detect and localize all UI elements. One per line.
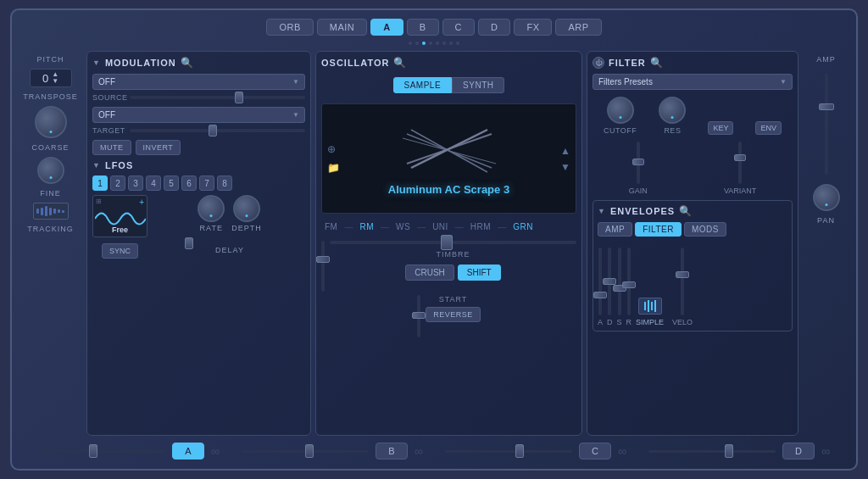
cutoff-knob[interactable] — [607, 97, 634, 124]
div3: — — [417, 222, 426, 231]
filter-presets-dropdown[interactable]: Filters Presets ▼ — [593, 74, 793, 90]
bottom-slider-d[interactable] — [648, 450, 776, 453]
env-a-fader[interactable] — [598, 248, 602, 315]
variant-slider[interactable] — [738, 142, 742, 184]
pan-knob[interactable] — [813, 184, 840, 211]
env-d-fader[interactable] — [608, 248, 611, 315]
osc-synth-btn[interactable]: SYNTH — [452, 77, 504, 93]
pitch-value-box[interactable]: 0 ▲▼ — [30, 69, 72, 87]
key-button[interactable]: KEY — [708, 121, 733, 135]
tab-c[interactable]: C — [442, 19, 475, 36]
lfo-num-2[interactable]: 2 — [110, 175, 125, 191]
osc-sub-uni[interactable]: UNI — [429, 221, 452, 232]
source-slider[interactable] — [130, 96, 305, 99]
pitch-arrows[interactable]: ▲▼ — [52, 71, 58, 85]
osc-sub-hrm[interactable]: HRM — [467, 221, 494, 232]
bottom-tab-b-btn[interactable]: B — [376, 443, 407, 460]
zoom-in-icon[interactable]: ⊕ — [327, 143, 340, 155]
gain-slider[interactable] — [637, 142, 640, 184]
link-icon-b[interactable]: ∞ — [415, 444, 423, 458]
filter-power-button[interactable]: ⏻ — [593, 57, 604, 69]
filter-zoom-icon[interactable]: 🔍 — [650, 57, 664, 69]
rate-knob[interactable] — [198, 195, 225, 222]
target-dropdown[interactable]: OFF ▼ — [92, 107, 305, 123]
div1: — — [344, 222, 353, 231]
env-tab-amp[interactable]: AMP — [598, 222, 632, 237]
osc-vert-fader-left[interactable] — [321, 241, 325, 292]
res-knob[interactable] — [659, 97, 686, 124]
osc-sub-ws[interactable]: WS — [392, 221, 414, 232]
source-dropdown[interactable]: OFF ▼ — [92, 74, 305, 90]
rate-knob-dot — [210, 214, 213, 217]
env-tab-filter[interactable]: FILTER — [635, 222, 682, 237]
rate-label: RATE — [200, 224, 223, 232]
key-group: KEY — [708, 121, 733, 135]
tab-orb[interactable]: ORB — [266, 19, 313, 36]
lfo-num-5[interactable]: 5 — [164, 175, 179, 191]
depth-knob[interactable] — [233, 195, 260, 222]
bottom-tab-d-btn[interactable]: D — [782, 443, 815, 460]
tab-main[interactable]: MAIN — [317, 19, 368, 36]
lfo-num-1[interactable]: 1 — [92, 175, 108, 191]
invert-button[interactable]: INVERT — [136, 140, 181, 155]
env-r-fader[interactable] — [627, 248, 631, 315]
osc-up-arrow[interactable]: ▲ — [560, 145, 570, 157]
fine-knob[interactable] — [37, 157, 64, 184]
tab-arp[interactable]: ARP — [555, 19, 601, 36]
bottom-slider-b[interactable] — [242, 450, 369, 453]
link-icon-d[interactable]: ∞ — [821, 444, 830, 458]
dot-b — [429, 42, 432, 45]
osc-sub-rm[interactable]: RM — [356, 221, 377, 232]
velo-fader[interactable] — [681, 248, 684, 315]
osc-down-arrow[interactable]: ▼ — [560, 161, 570, 173]
fine-knob-dot — [49, 176, 52, 179]
crush-button[interactable]: CRUSH — [405, 265, 454, 281]
div5: — — [498, 222, 506, 231]
osc-vert-fader-right[interactable] — [417, 295, 420, 337]
tracking-icon[interactable] — [33, 203, 69, 220]
env-group: ENV — [755, 121, 782, 135]
amp-fader[interactable] — [825, 73, 828, 175]
osc-sub-fm[interactable]: FM — [321, 221, 341, 232]
cutoff-group: CUTOFF — [604, 97, 637, 135]
sync-button[interactable]: SYNC — [102, 243, 138, 259]
env-tab-mods[interactable]: MODS — [684, 222, 726, 237]
folder-icon[interactable]: 📁 — [327, 162, 340, 174]
target-slider[interactable] — [130, 129, 305, 132]
lfo-num-4[interactable]: 4 — [146, 175, 161, 191]
tab-b[interactable]: B — [407, 19, 439, 36]
modulation-zoom-icon[interactable]: 🔍 — [181, 57, 194, 69]
osc-sub-grn[interactable]: GRN — [509, 221, 537, 232]
link-icon-a[interactable]: ∞ — [211, 444, 220, 458]
link-icon-c[interactable]: ∞ — [618, 444, 626, 458]
tab-d[interactable]: D — [478, 19, 510, 36]
lfo-arrow: ▼ — [92, 161, 101, 170]
bottom-slider-a[interactable] — [38, 450, 165, 453]
lfo-num-7[interactable]: 7 — [199, 175, 214, 191]
env-button[interactable]: ENV — [755, 121, 782, 135]
shift-button[interactable]: SHIFT — [458, 265, 501, 281]
lfo-num-6[interactable]: 6 — [181, 175, 197, 191]
tab-fx[interactable]: FX — [514, 19, 552, 36]
osc-horiz-slider-top[interactable] — [330, 241, 576, 244]
lfo-num-3[interactable]: 3 — [128, 175, 143, 191]
osc-sample-btn[interactable]: SAMPLE — [393, 77, 453, 93]
envelopes-zoom-icon[interactable]: 🔍 — [679, 205, 693, 217]
start-reverse-section: START REVERSE — [426, 295, 481, 337]
bottom-slider-c[interactable] — [445, 450, 572, 453]
env-s-fader[interactable] — [618, 248, 621, 315]
tab-a[interactable]: A — [370, 19, 403, 36]
reverse-button[interactable]: REVERSE — [426, 307, 481, 322]
bottom-tab-c-btn[interactable]: C — [579, 443, 611, 460]
bottom-tab-a-btn[interactable]: A — [172, 443, 203, 460]
mute-button[interactable]: MUTE — [92, 140, 131, 155]
res-knob-dot — [671, 116, 674, 119]
lfo-num-8[interactable]: 8 — [217, 175, 232, 191]
env-s-group: S — [617, 248, 622, 326]
coarse-label: COARSE — [31, 143, 69, 152]
oscillator-zoom-icon[interactable]: 🔍 — [393, 57, 407, 69]
lfos-section: ▼ LFOS 1 2 3 4 5 6 7 8 — [92, 160, 305, 259]
bottom-slot-d: D ∞ — [637, 443, 841, 460]
coarse-knob[interactable] — [35, 106, 67, 138]
pan-label: PAN — [817, 216, 835, 225]
